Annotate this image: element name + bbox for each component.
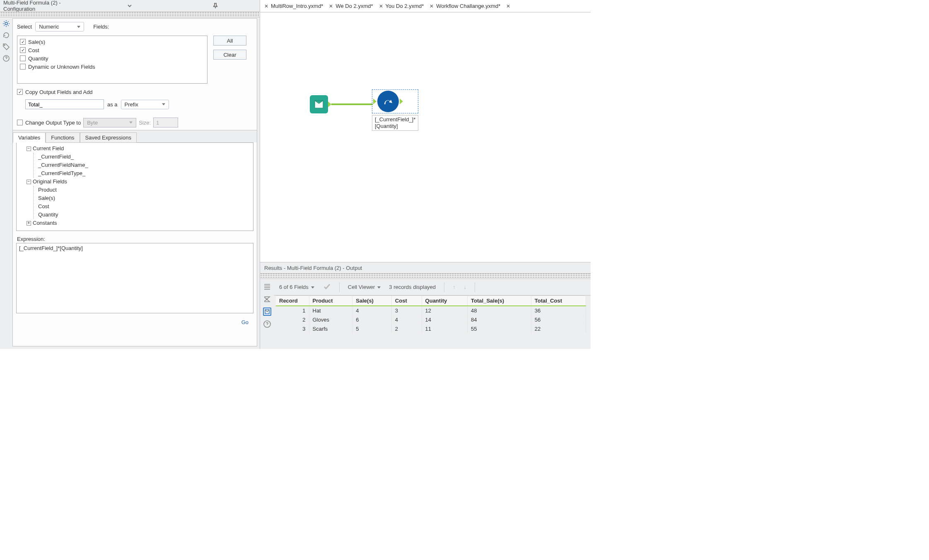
svg-point-0 [5,22,7,25]
tool-annotation: [_CurrentField_]* [Quantity] [372,115,418,131]
clear-button[interactable]: Clear [213,50,246,60]
as-a-label: as a [107,101,118,108]
document-tab-bar: ✕MultiRow_Intro.yxmd* ✕We Do 2.yxmd* ✕Yo… [260,0,591,12]
tree-toggle-icon[interactable]: + [27,221,31,226]
close-icon[interactable]: ✕ [506,3,510,9]
help-icon[interactable] [263,320,272,329]
multi-field-formula-tool-node[interactable]: [_CurrentField_]* [Quantity] [372,89,418,131]
svg-point-1 [4,45,5,46]
text-input-tool-icon [310,95,328,113]
close-icon[interactable]: ✕ [379,3,383,9]
fields-label: Fields: [93,24,109,30]
select-type-dropdown[interactable]: Numeric [35,22,84,31]
expression-label: Expression: [13,234,257,243]
tree-toggle-icon[interactable]: − [27,147,31,151]
gear-icon[interactable] [2,20,10,27]
output-anchor-icon[interactable] [328,101,331,107]
pin-icon[interactable] [174,2,256,9]
results-toolbar: 6 of 6 Fields Cell Viewer 3 records disp… [274,279,591,296]
expression-editor[interactable]: [_CurrentField_]*[Quantity] [16,243,253,313]
size-label: Size: [139,120,151,126]
arrow-down-icon[interactable]: ↓ [464,284,467,290]
refresh-icon[interactable] [2,31,10,39]
go-link[interactable]: Go [241,319,249,325]
tab-saved-expressions[interactable]: Saved Expressions [80,132,137,143]
doc-tab[interactable]: ✕MultiRow_Intro.yxmd* [263,3,325,9]
fields-dropdown[interactable]: 6 of 6 Fields [279,284,314,290]
col-header[interactable]: Quantity [422,296,468,306]
text-input-tool-node[interactable] [310,95,328,113]
results-table[interactable]: Record Product Sale(s) Cost Quantity Tot… [276,296,586,334]
doc-tab[interactable]: ✕We Do 2.yxmd* [327,3,374,9]
cell-viewer-dropdown[interactable]: Cell Viewer [348,284,381,290]
tag-icon[interactable] [2,43,10,50]
config-panel-title-bar: Multi-Field Formula (2) - Configuration [0,0,260,12]
col-header[interactable]: Sale(s) [352,296,392,306]
results-title: Results - Multi-Field Formula (2) - Outp… [260,262,591,273]
all-button[interactable]: All [213,36,246,46]
tree-item[interactable]: _CurrentFieldName_ [19,161,251,169]
size-input [153,118,178,127]
tab-variables[interactable]: Variables [13,132,46,143]
tab-functions[interactable]: Functions [46,132,80,143]
collapse-icon[interactable] [89,2,171,9]
checkbox-change-output-type[interactable] [17,120,23,125]
doc-tab[interactable]: ✕Workflow Challange.yxmd* [428,3,502,9]
variables-tree[interactable]: −Current Field _CurrentField_ _CurrentFi… [16,142,253,231]
sigma-icon[interactable] [263,295,272,304]
close-icon[interactable]: ✕ [430,3,434,9]
input-anchor-icon[interactable] [373,99,376,104]
connection-wire[interactable] [331,103,373,105]
tree-item[interactable]: Cost [19,202,251,211]
table-row[interactable]: 3Scarfs52115522 [276,324,586,334]
close-icon[interactable]: ✕ [329,3,333,9]
tree-item[interactable]: Sale(s) [19,194,251,202]
tree-toggle-icon[interactable]: − [27,180,31,184]
tree-item[interactable]: _CurrentFieldType_ [19,169,251,178]
panel-grip[interactable] [260,273,591,279]
table-row[interactable]: 1Hat43124836 [276,306,586,315]
col-header[interactable]: Cost [391,296,422,306]
output-type-dropdown: Byte [83,118,136,127]
checkbox-dynamic[interactable] [20,64,26,70]
checkbox-quantity[interactable] [20,55,26,61]
checkbox-cost[interactable] [20,47,26,53]
help-icon[interactable] [2,55,10,62]
col-header[interactable]: Record [276,296,309,306]
output-anchor-icon[interactable] [400,99,403,104]
config-title-text: Multi-Field Formula (2) - Configuration [3,0,85,12]
checkbox-sales[interactable] [20,39,26,45]
arrow-up-icon[interactable]: ↑ [453,284,456,290]
col-header[interactable]: Product [309,296,352,306]
tree-item[interactable]: Product [19,186,251,194]
change-output-label: Change Output Type to [25,120,81,126]
apply-check-icon[interactable] [323,282,331,292]
panel-grip[interactable] [0,12,260,17]
select-label: Select [17,24,32,30]
doc-tab-partial[interactable]: ✕ [504,3,512,9]
records-displayed-label: 3 records displayed [389,284,436,290]
copy-output-label: Copy Output Fields and Add [25,89,93,95]
metadata-view-icon[interactable] [263,307,272,316]
tree-item[interactable]: _CurrentField_ [19,153,251,161]
close-icon[interactable]: ✕ [264,3,268,9]
workflow-canvas[interactable]: [_CurrentField_]* [Quantity] [260,12,591,262]
tree-item[interactable]: Quantity [19,211,251,219]
table-row[interactable]: 2Gloves64148456 [276,315,586,324]
field-checklist[interactable]: Sale(s) Cost Quantity Dynamic or Unknown… [17,36,208,84]
prefix-suffix-dropdown[interactable]: Prefix [121,100,169,109]
doc-tab[interactable]: ✕You Do 2.yxmd* [377,3,426,9]
col-header[interactable]: Total_Cost [531,296,586,306]
prefix-input[interactable] [25,99,104,109]
multi-field-formula-tool-icon [377,91,399,112]
list-view-icon[interactable] [263,282,272,291]
col-header[interactable]: Total_Sale(s) [468,296,531,306]
checkbox-copy-output[interactable] [17,89,23,95]
